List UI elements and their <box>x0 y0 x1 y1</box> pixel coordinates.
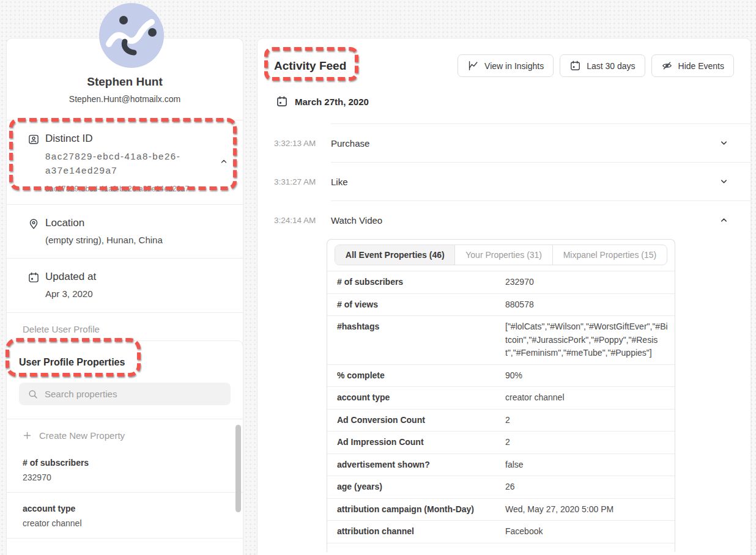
search-icon <box>28 389 39 400</box>
calendar-icon <box>569 60 581 72</box>
property-value: 232970 <box>505 276 670 289</box>
user-email: Stephen.Hunt@hotmailx.com <box>19 94 231 104</box>
table-row: #hashtags ["#lolCats","#Wilson","#WorstG… <box>327 315 675 364</box>
feed-actions: View in Insights Last 30 days <box>458 54 734 77</box>
avatar <box>99 3 164 68</box>
table-row: attribution channel Facebook <box>327 520 675 543</box>
property-value: ["#lolCats","#Wilson","#WorstGiftEver","… <box>505 320 670 360</box>
distinct-id-expanded-value: 8ac27829-ebcd-41a8-be26-a37e14ed29a7 <box>45 185 189 193</box>
last-30-days-button[interactable]: Last 30 days <box>560 54 645 77</box>
location-section: Location (empty string), Hunan, China <box>7 204 243 259</box>
create-new-property-button[interactable]: Create New Property <box>7 419 243 447</box>
property-value: creator channel <box>505 391 670 405</box>
last-30-days-label: Last 30 days <box>587 61 635 71</box>
plus-icon <box>23 431 32 440</box>
property-key: % complete <box>337 369 505 383</box>
view-in-insights-label: View in Insights <box>484 61 544 71</box>
user-name: Stephen Hunt <box>19 75 231 89</box>
updated-at-label: Updated at <box>45 271 96 283</box>
event-properties-tabs: All Event Properties (46) Your Propertie… <box>335 244 667 265</box>
view-in-insights-button[interactable]: View in Insights <box>458 54 554 77</box>
map-pin-icon <box>28 218 40 248</box>
scrollbar-thumb[interactable] <box>235 425 241 512</box>
insights-chart-icon <box>467 60 479 72</box>
eye-off-icon <box>661 60 673 72</box>
property-key: Ad Impression Count <box>337 436 505 449</box>
search-properties-box[interactable] <box>19 383 231 405</box>
tab-your-properties[interactable]: Your Properties (31) <box>454 245 552 265</box>
tab-mixpanel-properties[interactable]: Mixpanel Properties (15) <box>552 245 667 265</box>
chevron-down-icon[interactable] <box>719 138 728 147</box>
property-value: 2 <box>505 414 670 427</box>
distinct-id-body: Distinct ID 8ac27829-ebcd-41a8-be26-a37e… <box>45 133 189 193</box>
property-key: attribution channel <box>337 525 505 538</box>
user-profile-properties-title: User Profile Properties <box>7 341 243 383</box>
event-row-watch-video[interactable]: 3:24:14 AM Watch Video <box>258 200 750 239</box>
event-time: 3:31:27 AM <box>274 177 316 186</box>
property-key: attribution campaign (Month-Day) <box>337 503 505 516</box>
property-key: #hashtags <box>337 320 505 360</box>
table-row: Ad Conversion Count 2 <box>327 409 675 432</box>
date-header-label: March 27th, 2020 <box>295 97 369 107</box>
hide-events-button[interactable]: Hide Events <box>651 54 734 77</box>
create-new-property-label: Create New Property <box>39 430 125 441</box>
property-key: account type <box>337 391 505 405</box>
event-name: Purchase <box>331 138 369 148</box>
calendar-icon <box>276 95 288 108</box>
property-value: 232970 <box>23 472 227 482</box>
table-row: # of subscribers 232970 <box>327 271 675 293</box>
property-key: # of views <box>337 298 505 312</box>
property-key: Ad Conversion Count <box>337 414 505 427</box>
event-name: Watch Video <box>331 215 382 225</box>
contact-card-icon <box>28 133 40 193</box>
table-row <box>327 543 675 552</box>
date-header: March 27th, 2020 <box>276 95 750 108</box>
updated-at-value: Apr 3, 2020 <box>45 287 96 301</box>
properties-list: Create New Property # of subscribers 232… <box>7 419 243 555</box>
hide-events-label: Hide Events <box>678 61 724 71</box>
activity-feed-title: Activity Feed <box>274 59 346 73</box>
event-properties-panel: All Event Properties (46) Your Propertie… <box>327 239 675 552</box>
property-key: # of subscribers <box>337 276 505 289</box>
user-profile-card: Stephen Hunt Stephen.Hunt@hotmailx.com D… <box>6 38 243 347</box>
calendar-icon <box>28 271 40 301</box>
property-item[interactable]: account type creator channel <box>7 493 243 538</box>
distinct-id-label: Distinct ID <box>45 133 189 145</box>
location-body: Location (empty string), Hunan, China <box>45 217 163 248</box>
table-row: age (years) 26 <box>327 476 675 498</box>
property-key: advertisement shown? <box>337 458 505 472</box>
location-value: (empty string), Hunan, China <box>45 233 163 248</box>
property-value: Facebook <box>505 525 670 538</box>
table-row: # of views 880578 <box>327 293 675 316</box>
property-item[interactable]: # of subscribers 232970 <box>7 447 243 493</box>
chevron-down-icon[interactable] <box>719 177 728 186</box>
distinct-id-section[interactable]: Distinct ID 8ac27829-ebcd-41a8-be26-a37e… <box>7 120 243 204</box>
tab-all-event-properties[interactable]: All Event Properties (46) <box>335 245 454 265</box>
chevron-up-icon[interactable] <box>220 157 228 166</box>
property-value: 880578 <box>505 298 670 312</box>
event-row-purchase[interactable]: 3:32:13 AM Purchase <box>258 123 750 162</box>
property-value: false <box>505 458 670 472</box>
event-list: 3:32:13 AM Purchase 3:31:27 AM Like 3:24… <box>258 123 750 552</box>
distinct-id-value: 8ac27829-ebcd-41a8-be26-a37e14ed29a7 <box>45 149 189 178</box>
table-row: account type creator channel <box>327 386 675 409</box>
property-value: 26 <box>505 480 670 494</box>
property-value: creator channel <box>23 518 227 528</box>
chevron-up-icon[interactable] <box>719 215 728 224</box>
event-properties-table: # of subscribers 232970 # of views 88057… <box>327 271 675 552</box>
search-properties-input[interactable] <box>45 389 222 399</box>
table-row: % complete 90% <box>327 364 675 387</box>
event-name: Like <box>331 176 348 186</box>
property-key: age (years) <box>337 480 505 494</box>
property-name: # of subscribers <box>23 458 227 468</box>
property-name: account type <box>23 504 227 513</box>
property-value: 90% <box>505 369 670 383</box>
event-time: 3:24:14 AM <box>274 215 316 224</box>
table-row: attribution campaign (Month-Day) Wed, Ma… <box>327 498 675 521</box>
event-row-like[interactable]: 3:31:27 AM Like <box>258 162 750 200</box>
updated-at-body: Updated at Apr 3, 2020 <box>45 271 96 301</box>
updated-at-section: Updated at Apr 3, 2020 <box>7 258 243 312</box>
location-label: Location <box>45 217 163 229</box>
property-value: Wed, May 27, 2020 5:00 PM <box>505 503 670 516</box>
property-value: 2 <box>505 436 670 449</box>
